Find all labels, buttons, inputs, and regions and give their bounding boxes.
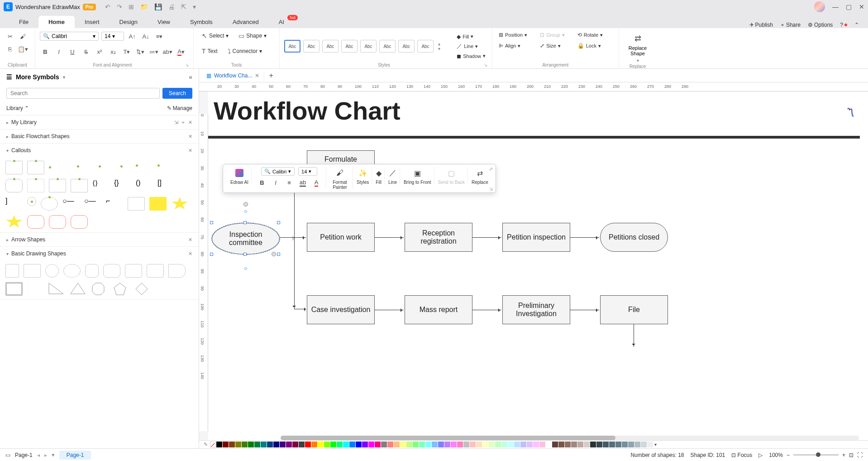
color-swatch[interactable] (387, 442, 393, 447)
copy-icon[interactable]: ⎘ (5, 43, 15, 54)
italic-icon[interactable]: I (53, 46, 64, 57)
shape-rect[interactable] (24, 264, 41, 278)
style-swatch[interactable]: Abc (398, 40, 415, 53)
connector[interactable] (375, 310, 404, 310)
color-swatch[interactable] (603, 442, 609, 447)
color-swatch[interactable] (425, 442, 431, 447)
share-button[interactable]: ⚬ Share (780, 22, 801, 28)
color-swatch[interactable] (609, 442, 615, 447)
shape-rounded-square[interactable] (85, 264, 99, 278)
color-swatch[interactable] (318, 442, 324, 447)
tab-symbols[interactable]: Symbols (180, 16, 223, 28)
color-swatch[interactable] (463, 442, 469, 447)
shape-frame[interactable] (5, 282, 23, 296)
color-swatch[interactable] (546, 442, 552, 447)
edraw-ai-button[interactable]: Edraw AI (230, 180, 248, 185)
callout-line[interactable] (71, 161, 88, 174)
eyedropper-icon[interactable]: ✎ (204, 442, 208, 447)
node-preliminary-investigation[interactable]: Preliminary Investigation (502, 295, 570, 324)
section-callouts[interactable]: Callouts ✕ (0, 144, 199, 157)
ft-line-label[interactable]: Line (388, 180, 397, 185)
increase-font-icon[interactable]: A↑ (127, 31, 138, 42)
callout-dot-line[interactable]: ○— (62, 197, 80, 211)
node-reception-registration[interactable]: Reception registration (405, 223, 472, 252)
rotate-handle[interactable] (272, 252, 276, 256)
connector[interactable] (634, 324, 634, 347)
close-tab-icon[interactable]: ✕ (255, 72, 259, 79)
manage-library-button[interactable]: ✎ Manage (167, 105, 192, 111)
color-swatch[interactable] (508, 442, 514, 447)
callout-brace[interactable]: {} (114, 179, 131, 192)
color-swatch[interactable] (311, 442, 317, 447)
tab-insert[interactable]: Insert (75, 16, 110, 28)
connector[interactable] (472, 310, 501, 310)
color-swatch[interactable] (457, 442, 463, 447)
color-swatch[interactable] (495, 442, 501, 447)
fullscreen-icon[interactable]: ⛶ (857, 452, 863, 458)
color-swatch[interactable] (273, 442, 279, 447)
color-more-icon[interactable]: ▾ (654, 442, 657, 447)
zoom-in-icon[interactable]: + (842, 452, 845, 458)
maximize-icon[interactable]: ▢ (846, 3, 852, 10)
shape-rounded-rect[interactable] (103, 264, 120, 278)
paste-icon[interactable]: 📋▾ (17, 43, 28, 54)
fill-picker-icon[interactable]: ◆ (376, 167, 382, 179)
style-swatch[interactable]: Abc (341, 40, 358, 53)
color-swatch[interactable] (337, 442, 343, 447)
color-swatch[interactable] (280, 442, 286, 447)
new-icon[interactable]: ⊞ (129, 3, 134, 10)
page-layout-icon[interactable]: ▭ (5, 452, 10, 458)
color-swatch[interactable] (254, 442, 260, 447)
color-swatch[interactable] (622, 442, 628, 447)
color-swatch[interactable] (292, 442, 298, 447)
horizontal-scrollbar[interactable] (281, 436, 859, 440)
shape-square[interactable] (5, 264, 19, 278)
connection-point[interactable] (244, 210, 247, 213)
close-section-icon[interactable]: ✕ (188, 148, 192, 154)
callout-shape[interactable] (5, 161, 23, 174)
style-swatch[interactable]: Abc (360, 40, 377, 53)
collapse-ribbon-icon[interactable]: ⌃ (854, 22, 859, 28)
color-swatch[interactable] (406, 442, 412, 447)
zoom-out-icon[interactable]: − (787, 452, 790, 458)
shape-soft-rect[interactable] (125, 264, 142, 278)
focus-button[interactable]: ⊡ Focus (731, 452, 752, 458)
zoom-level[interactable]: 100% (769, 452, 783, 458)
callout-dot-line[interactable]: ○— (84, 197, 101, 211)
document-tab[interactable]: ▦ Workflow Cha... ✕ (202, 71, 264, 81)
color-swatch[interactable] (356, 442, 362, 447)
color-swatch[interactable] (413, 442, 419, 447)
node-file[interactable]: File (600, 295, 668, 324)
color-swatch[interactable] (571, 442, 577, 447)
symbol-search-button[interactable]: Search (162, 88, 192, 99)
color-swatch[interactable] (394, 442, 400, 447)
expand-icon[interactable]: ⇲ (489, 187, 493, 192)
rotate-button[interactable]: ⟲Rotate ▾ (576, 31, 605, 39)
select-tool-button[interactable]: ↖Select ▾ (198, 31, 232, 41)
pin-icon[interactable]: ⇗ (489, 166, 493, 172)
line-picker-icon[interactable]: ／ (389, 167, 396, 179)
color-swatch[interactable] (577, 442, 583, 447)
color-swatch[interactable] (615, 442, 621, 447)
shape-diamond[interactable] (135, 282, 152, 296)
color-swatch[interactable] (330, 442, 336, 447)
close-section-icon[interactable]: ✕ (188, 134, 192, 139)
callout-square-bracket[interactable]: [] (157, 179, 175, 192)
underline-icon[interactable]: U (67, 46, 78, 57)
close-section-icon[interactable]: ✕ (188, 237, 192, 243)
collapse-sidebar-icon[interactable]: « (189, 73, 192, 81)
shape-octagon[interactable] (91, 282, 109, 296)
save-icon[interactable]: 💾 (154, 3, 162, 10)
callout-line[interactable] (136, 161, 153, 174)
callout-rounded[interactable] (5, 179, 23, 192)
callout-line[interactable] (114, 161, 131, 174)
callout-ellipse[interactable] (41, 197, 58, 211)
color-swatch[interactable] (501, 442, 507, 447)
color-swatch[interactable] (451, 442, 457, 447)
ft-italic-icon[interactable]: I (271, 178, 281, 187)
callout-speech[interactable] (71, 179, 88, 192)
tab-advanced[interactable]: Advanced (223, 16, 269, 28)
color-swatch[interactable] (375, 442, 381, 447)
bullet-list-icon[interactable]: ≔▾ (148, 46, 159, 57)
section-basic-flowchart[interactable]: Basic Flowchart Shapes ✕ (0, 130, 199, 143)
